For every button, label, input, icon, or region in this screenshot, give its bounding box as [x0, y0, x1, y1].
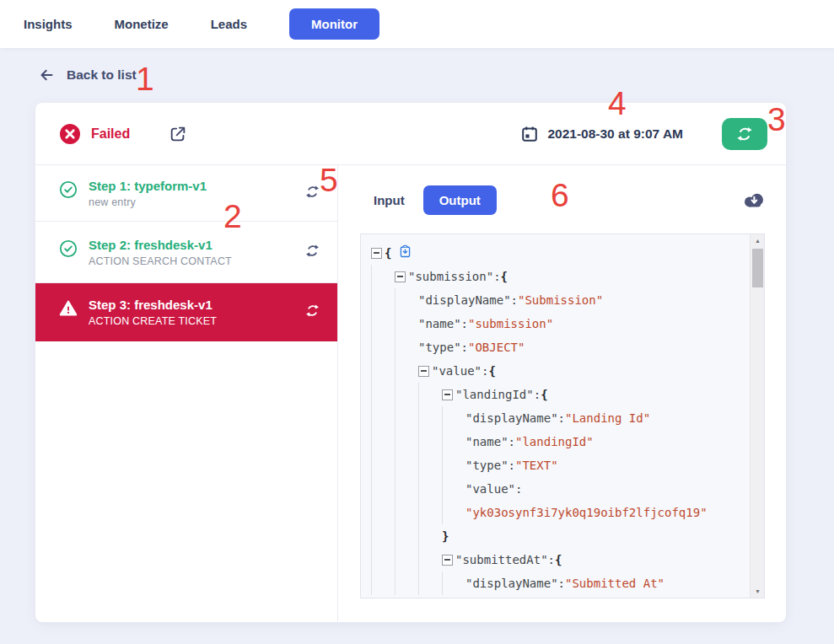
indent-guide: [395, 477, 418, 501]
indent-guide: [442, 430, 465, 453]
indent-guide: [371, 572, 395, 595]
indent-guide: [371, 406, 395, 430]
indent-guide: [371, 383, 395, 406]
json-token-str: "Landing Id": [565, 406, 650, 430]
json-line: {: [371, 241, 746, 265]
step-row-1[interactable]: Step 1: typeform-v1 new entry: [35, 165, 337, 222]
indent-guide: [371, 430, 395, 453]
indent-guide: [418, 430, 442, 453]
download-cloud-icon[interactable]: [743, 191, 766, 209]
json-line: "submission" : {: [371, 265, 746, 288]
indent-guide: [371, 335, 395, 359]
step-retry-icon[interactable]: [304, 238, 320, 259]
step-subtitle: ACTION CREATE TICKET: [89, 315, 217, 327]
collapse-toggle-icon[interactable]: [442, 555, 453, 566]
json-token-key: "displayName": [465, 406, 558, 430]
nav-item-insights[interactable]: Insights: [24, 17, 73, 31]
json-line: "displayName" : "Landing Id": [371, 406, 746, 430]
json-line: "submittedAt" : {: [371, 548, 746, 572]
json-scrollbar[interactable]: ▲ ▼: [750, 234, 764, 598]
indent-guide: [418, 383, 442, 406]
scroll-thumb[interactable]: [752, 249, 763, 287]
collapse-toggle-icon[interactable]: [371, 248, 382, 259]
open-external-icon[interactable]: [169, 125, 187, 143]
indent-guide: [371, 453, 395, 477]
json-token-key: "value": [432, 359, 482, 383]
json-token-sep: :: [461, 335, 468, 359]
indent-guide: [442, 501, 465, 524]
json-viewer: {"submission" : {"displayName" : "Submis…: [360, 233, 765, 598]
nav-item-leads[interactable]: Leads: [211, 17, 247, 31]
json-token-brace: }: [442, 524, 449, 548]
indent-guide: [395, 430, 418, 453]
json-line: "landingId" : {: [371, 383, 746, 406]
indent-guide: [371, 524, 395, 548]
success-check-icon: [59, 179, 78, 199]
indent-guide: [418, 477, 442, 501]
indent-guide: [395, 383, 418, 406]
json-token-key: "name": [418, 312, 461, 335]
collapse-toggle-icon[interactable]: [442, 389, 453, 400]
json-token-brace: {: [555, 548, 562, 572]
json-token-key: "type": [465, 453, 508, 477]
json-token-brace: {: [385, 241, 391, 265]
indent-guide: [418, 548, 442, 572]
indent-guide: [418, 453, 442, 477]
json-token-sep: :: [548, 548, 555, 572]
indent-guide: [442, 406, 465, 430]
tab-input[interactable]: Input: [374, 193, 405, 207]
scroll-up-arrow[interactable]: ▲: [751, 234, 765, 247]
indent-guide: [395, 406, 418, 430]
indent-guide: [371, 548, 395, 572]
json-token-str: "submission": [468, 312, 553, 335]
json-token-key: "submission": [408, 265, 493, 288]
back-to-list-label: Back to list: [67, 67, 137, 83]
json-token-str: "Submitted At": [565, 572, 665, 595]
step-title: Step 2: freshdesk-v1: [89, 238, 232, 252]
copy-json-icon[interactable]: [399, 244, 412, 258]
json-line: "type" : "OBJECT": [371, 335, 746, 359]
json-token-key: "value": [465, 477, 515, 501]
collapse-toggle-icon[interactable]: [418, 366, 429, 377]
step-subtitle: new entry: [89, 196, 207, 208]
io-panel: Input Output {"submission" : {"displayNa…: [338, 165, 786, 621]
json-token-str: "yk03osynf3i7yk0q19oibf2lfjcofq19": [465, 501, 708, 524]
step-subtitle: ACTION SEARCH CONTACT: [89, 255, 232, 267]
indent-guide: [418, 524, 442, 548]
warning-icon: [59, 298, 78, 318]
nav-item-monitor[interactable]: Monitor: [289, 8, 379, 40]
indent-guide: [371, 359, 395, 383]
json-token-brace: {: [541, 383, 547, 406]
run-detail-card: Failed 2021-08-30 at 9:07 AM: [35, 103, 786, 622]
step-retry-icon[interactable]: [304, 179, 320, 200]
top-nav: Insights Monetize Leads Monitor: [0, 0, 834, 48]
json-token-sep: :: [508, 430, 515, 453]
json-token-sep: :: [461, 312, 468, 335]
scroll-down-arrow[interactable]: ▼: [751, 585, 765, 598]
indent-guide: [371, 477, 395, 501]
rerun-button[interactable]: [722, 118, 767, 150]
back-to-list-link[interactable]: Back to list: [38, 67, 137, 83]
indent-guide: [371, 501, 395, 524]
nav-item-monetize[interactable]: Monetize: [115, 17, 169, 31]
json-token-key: "landingId": [455, 383, 534, 406]
step-row-3[interactable]: Step 3: freshdesk-v1 ACTION CREATE TICKE…: [35, 283, 337, 341]
step-retry-icon[interactable]: [304, 298, 320, 319]
indent-guide: [395, 359, 418, 383]
json-token-sep: :: [534, 383, 541, 406]
json-line: }: [371, 524, 746, 548]
json-token-brace: {: [488, 359, 495, 383]
json-token-sep: :: [482, 359, 488, 383]
calendar-icon: [520, 125, 539, 143]
json-token-key: "displayName": [465, 572, 558, 595]
collapse-toggle-icon[interactable]: [395, 271, 406, 282]
annotation-number-1: 1: [136, 62, 154, 95]
json-token-sep: :: [558, 572, 565, 595]
json-token-str: "landingId": [515, 430, 594, 453]
json-line: "type" : "TEXT": [371, 453, 746, 477]
indent-guide: [418, 572, 442, 595]
json-line: "name" : "landingId": [371, 430, 746, 453]
step-row-2[interactable]: Step 2: freshdesk-v1 ACTION SEARCH CONTA…: [35, 222, 337, 283]
indent-guide: [442, 453, 465, 477]
tab-output[interactable]: Output: [423, 185, 497, 215]
